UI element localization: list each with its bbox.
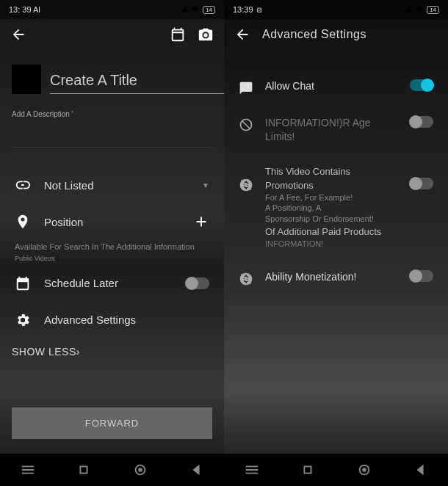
position-row[interactable]: Position <box>12 203 212 240</box>
nav-recent-icon[interactable] <box>76 462 92 478</box>
status-icons: 14 <box>403 4 439 15</box>
forward-button[interactable]: FORWARD <box>12 407 212 439</box>
svg-point-6 <box>362 468 366 472</box>
appbar-right: Advanced Settings <box>224 19 448 50</box>
promotions-row: This Video Contains Promotions For A Fee… <box>236 154 436 260</box>
wifi-icon <box>415 4 424 15</box>
allow-chat-label: Allow Chat <box>265 79 398 93</box>
age-limits-label: INFORMATION!)R Age Limits! <box>265 116 398 144</box>
appbar-left <box>0 19 224 50</box>
battery-icon: 14 <box>427 6 439 14</box>
promotions-toggle[interactable] <box>410 178 433 189</box>
clock: 13:39 ⦻ <box>233 5 264 14</box>
clock: 13: 39 Al <box>9 5 40 14</box>
monetization-row: Ability Monetization! <box>236 260 436 297</box>
visibility-row[interactable]: Not Listed ▼ <box>12 167 212 203</box>
schedule-row[interactable]: Schedule Later <box>12 265 212 302</box>
back-icon[interactable] <box>234 26 250 43</box>
plus-icon[interactable] <box>193 214 209 230</box>
allow-chat-row: Allow Chat <box>236 69 436 106</box>
signal-icon <box>179 4 188 15</box>
advanced-label: Advanced Settings <box>44 313 209 326</box>
svg-rect-4 <box>305 466 311 473</box>
status-icons: 14 <box>179 4 215 15</box>
battery-icon: 14 <box>203 6 215 14</box>
money-off-icon <box>239 178 253 192</box>
description-input[interactable] <box>12 118 212 148</box>
nav-menu-icon[interactable] <box>20 462 36 478</box>
search-info-sub: Public Videos. <box>12 253 212 265</box>
age-limits-toggle[interactable] <box>410 116 433 128</box>
monetization-label: Ability Monetization! <box>265 270 398 284</box>
description-label: Add A Description ' <box>12 110 212 118</box>
gear-icon <box>15 312 31 328</box>
link-icon <box>15 177 31 193</box>
chat-icon <box>239 81 253 95</box>
back-icon[interactable] <box>10 26 26 43</box>
search-info-text: Available For Search In The Additional I… <box>12 240 212 253</box>
page-title: Advanced Settings <box>262 28 366 41</box>
advanced-settings-row[interactable]: Advanced Settings <box>12 302 212 338</box>
video-thumbnail[interactable] <box>12 65 41 94</box>
calendar-icon[interactable] <box>170 26 186 43</box>
chevron-down-icon: ▼ <box>202 181 209 189</box>
position-label: Position <box>44 216 180 228</box>
nav-back-icon[interactable] <box>188 462 204 478</box>
visibility-label: Not Listed <box>44 179 189 192</box>
svg-rect-0 <box>81 466 87 473</box>
calendar-clock-icon <box>15 275 31 291</box>
location-pin-icon <box>15 214 31 230</box>
promotions-text: This Video Contains Promotions For A Fee… <box>265 164 398 250</box>
block-icon <box>239 117 253 132</box>
svg-point-2 <box>138 468 142 472</box>
nav-recent-icon[interactable] <box>300 462 316 478</box>
camera-switch-icon[interactable] <box>198 26 214 43</box>
nav-bar-right <box>224 454 448 486</box>
age-limits-row: INFORMATION!)R Age Limits! <box>236 106 436 154</box>
signal-icon <box>403 4 412 15</box>
money-off-icon <box>239 272 253 286</box>
title-input[interactable] <box>50 70 224 94</box>
screen-create: 13: 39 Al 14 <box>0 0 224 486</box>
nav-bar-left <box>0 454 224 486</box>
monetization-toggle[interactable] <box>410 270 433 282</box>
allow-chat-toggle[interactable] <box>410 79 433 91</box>
screen-advanced: 13:39 ⦻ 14 Advanced Settings Allow Chat <box>224 0 448 486</box>
status-bar-left: 13: 39 Al 14 <box>0 0 224 19</box>
nav-menu-icon[interactable] <box>244 462 260 478</box>
nav-back-icon[interactable] <box>412 462 428 478</box>
schedule-toggle[interactable] <box>186 278 209 289</box>
show-less-button[interactable]: SHOW LESS› <box>12 338 212 365</box>
schedule-label: Schedule Later <box>44 277 173 289</box>
status-bar-right: 13:39 ⦻ 14 <box>224 0 448 19</box>
nav-home-icon[interactable] <box>132 462 148 478</box>
title-row <box>12 65 212 94</box>
wifi-icon <box>191 4 200 15</box>
nav-home-icon[interactable] <box>356 462 372 478</box>
alarm-icon: ⦻ <box>256 5 264 14</box>
